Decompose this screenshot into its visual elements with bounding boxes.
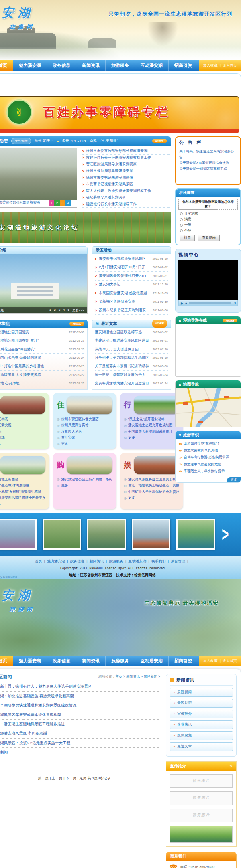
news-item[interactable]: >省纪委领导来潘安湖调研 (82, 194, 170, 201)
gallery-photo[interactable] (132, 519, 170, 550)
news-item[interactable]: >贾汪区旅游局领导来潘安湖视察 (82, 161, 170, 168)
nav-travel-service[interactable]: 旅游服务 (106, 656, 135, 666)
media-item[interactable]: 绘最美的山水画卷 做最好的旅游2012-09-24 (0, 354, 84, 362)
activity-item[interactable]: >苏州市纪委书记王天琦到潘安湖视2011-01-26 (95, 306, 168, 315)
footer-link[interactable]: 政务信息 (70, 559, 89, 563)
category-item[interactable]: ◎贾汪宾馆 (57, 435, 112, 441)
tip-item[interactable]: >>旅游途中气候变化的危险 (179, 461, 237, 468)
survey-option[interactable]: 不好 (176, 228, 240, 233)
add-favorite-link[interactable]: 加入收藏 (203, 659, 223, 663)
category-thumbnail[interactable] (67, 396, 112, 414)
menu-item-scenic-dynamics[interactable]: •景区动态 (170, 699, 233, 708)
category-thumbnail[interactable] (0, 396, 45, 414)
menu-item-promotion[interactable]: •宣传推介 (170, 710, 233, 718)
category-more[interactable]: ◎更多 (124, 495, 179, 502)
media-more-button[interactable]: MORE (69, 322, 84, 326)
activity-item[interactable]: >潘安湖大事记2011-12-20 (95, 281, 168, 289)
footer-link[interactable]: 联系我们 (151, 559, 171, 563)
spot-image[interactable]: 主要景点 1 2 3 4 5 更多>>> (0, 254, 88, 314)
category-item[interactable]: ◎山水生态城 休闲度假区 (0, 482, 45, 489)
pagination[interactable]: 第一页 | 上一页 | 下一页 | 尾页 共 1页8条记录 (0, 776, 160, 781)
footer-link[interactable]: 旅游服务 (109, 559, 128, 563)
map-image[interactable] (176, 388, 241, 427)
forum-banner[interactable]: 潘安湖湿地旅游文化论坛 (0, 212, 171, 243)
footer-link[interactable]: 新闻资讯 (90, 559, 109, 563)
category-more[interactable]: ◎更多 (57, 441, 112, 447)
gallery-photo[interactable] (43, 519, 81, 550)
category-more[interactable]: ◎更多 (124, 435, 179, 441)
nav-invest[interactable]: 招商引资 (169, 60, 198, 71)
notice-item[interactable]: 关于潘安湖一期景区隔离棚工程 (179, 166, 237, 172)
notice-item[interactable]: 关于潘安湖310国道环境综合改造 (179, 160, 237, 166)
category-item[interactable]: ◎贾汪素火腿 (0, 422, 45, 429)
recent-item[interactable]: 党员冬训活动为潘安湖开园运营再2012-02-24 (95, 379, 168, 388)
promo-thumbnail-empty[interactable]: 暂无图片 (170, 809, 233, 822)
menu-item-enterprise[interactable]: •企业快讯 (170, 720, 233, 729)
news-item[interactable]: >市委曹书记视察潘安湖风景区 (82, 181, 170, 188)
slideshow-image[interactable] (0, 148, 77, 200)
radio-icon[interactable] (180, 212, 183, 215)
menu-item-scenic-news[interactable]: •景区新闻 (170, 688, 233, 697)
footer-link[interactable]: 首页 (35, 559, 47, 563)
vote-button[interactable]: 投票 (180, 235, 195, 241)
news-item[interactable]: >徐州市规划局领导调研潘安湖 (82, 168, 170, 175)
menu-item-media[interactable]: •媒体聚焦 (170, 731, 233, 740)
breadcrumb-path[interactable]: 主页 > 新闻资讯 > 景区新闻 > (115, 674, 160, 678)
radio-icon[interactable] (180, 229, 183, 232)
media-item[interactable]: 潘安湖湿地公园开园在即 贾汪“2012-09-27 (0, 336, 84, 345)
activity-item[interactable]: >2月1日潘安湖召开10月1日开园活2012-02-02 (95, 263, 168, 272)
promo-thumbnail-empty[interactable]: 暂无图片 (170, 774, 233, 788)
category-item[interactable]: ◎贾汪地税“五帮扶”潘安湖生态游 (0, 489, 45, 495)
news-item[interactable]: >徐州：潘安湖生态湿地风景区工程稳步推进 (0, 720, 160, 729)
gallery-photo[interactable] (176, 519, 215, 550)
activity-item[interactable]: >市委曹书记视察潘安湖风景区2012-05-30 (95, 255, 168, 263)
nav-interact[interactable]: 互动潘安湖 (135, 60, 169, 71)
spot-page-1[interactable]: 1 (49, 308, 51, 312)
news-item[interactable]: >徐州市市委宣传部张彤部长视察潘安湖 (82, 148, 170, 155)
tip-item[interactable]: >>自驾车出行旅游 必备实用常识 (179, 454, 237, 461)
activity-item[interactable]: >市民国庆游潘安湖 感觉很震撼2011-11-23 (95, 289, 168, 297)
tip-item[interactable]: >>出游如何少花“冤枉钱”？ (179, 441, 237, 447)
survey-option[interactable]: 一般 (176, 222, 240, 228)
activity-item[interactable]: >吴新福区长调研潘安湖2011-06-30 (95, 297, 168, 306)
recent-item[interactable]: 潘安湖湿地公园征联选粹节选2012-09-22 (95, 328, 168, 336)
recent-more-button[interactable]: MORE (152, 320, 167, 328)
promo-thumbnail-empty[interactable]: 暂无图片 (170, 791, 233, 805)
category-item[interactable]: ◎中国矿业大学环境保护协会对贾汪 (124, 489, 179, 495)
nav-home[interactable]: 网站首页 (0, 656, 13, 666)
recent-item[interactable]: 党建活动，推进潘安湖风景区建设2012-09-01 (95, 336, 168, 345)
radio-icon[interactable] (180, 224, 183, 227)
nav-home[interactable]: 网站首页 (0, 60, 13, 71)
footer-link[interactable]: 互动潘安湖 (128, 559, 151, 563)
recent-item[interactable]: 只争朝夕，全力加快精品生态景区2012-06-10 (95, 354, 168, 362)
nav-news[interactable]: 新闻资讯 (76, 60, 106, 71)
category-thumbnail[interactable] (134, 456, 179, 474)
spot-page-4[interactable]: 4 (63, 308, 65, 312)
news-item[interactable]: >徐州市市委书记来潘安湖调研 (82, 174, 170, 181)
add-favorite-link[interactable]: 加入收藏 (203, 63, 223, 67)
media-item[interactable]: 潘安湖湿地公园开园迎宾2012-09-30 (0, 328, 84, 336)
news-item[interactable]: >国庆游潘安湖风景区 市民很震撼 (0, 729, 160, 739)
nav-interact[interactable]: 互动潘安湖 (135, 656, 169, 666)
news-item[interactable]: >潘安湖风景区年底完成基本绿化景观构架 (0, 710, 160, 720)
category-thumbnail[interactable] (134, 396, 179, 414)
slide-page-1[interactable]: 1 (49, 200, 54, 206)
gallery-photo[interactable] (87, 519, 126, 550)
category-item[interactable]: ◎潘安湖风景区将建全国最美乡村生 (124, 476, 179, 483)
category-item[interactable]: ◎塌陷地上新西湖 (0, 476, 45, 483)
service-banner[interactable]: ✌ 百姓办事零障碍专栏 (0, 96, 239, 133)
video-progress[interactable] (189, 302, 231, 304)
tip-item[interactable]: >>不理陌生人，单身旅行提示 (179, 468, 237, 475)
tip-item[interactable]: >>旅游六要素四旦及其他 (179, 447, 237, 454)
nav-invest[interactable]: 招商引资 (169, 656, 198, 666)
survey-option[interactable]: 非常满意 (176, 211, 240, 216)
next-arrow-icon[interactable]: > (222, 524, 229, 545)
notice-item[interactable]: 关于鸟岛、快速通道至鸟岛沿湖景公告 (179, 148, 237, 160)
category-more[interactable]: ◎更多 (0, 441, 45, 447)
volume-icon[interactable]: ▶ (233, 301, 235, 305)
media-item[interactable]: 到徐州后花园品鉴“诗画潘安”2012-09-25 (0, 345, 84, 354)
news-item[interactable]: >市建行肖行长一行来潘安湖视察指导工作 (82, 155, 170, 162)
category-item[interactable]: ◎贾汪：塌陷板块上崛起生态、美丽 (124, 482, 179, 489)
survey-option[interactable]: 满意 (176, 216, 240, 222)
activity-item[interactable]: >潘安湖风景区管理处召开2011年度2012-01-21 (95, 272, 168, 280)
